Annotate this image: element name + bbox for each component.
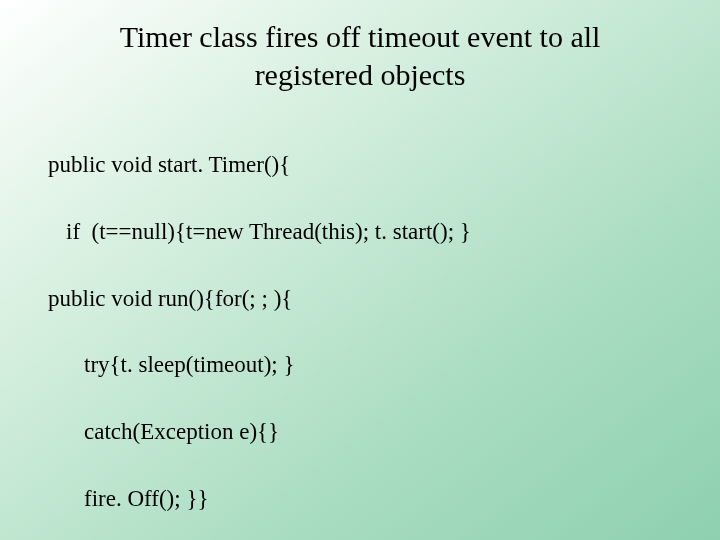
code-line: public void start. Timer(){ [48,148,672,181]
slide: Timer class fires off timeout event to a… [0,0,720,540]
code-line: catch(Exception e){} [48,415,672,448]
code-line: fire. Off(); }} [48,482,672,515]
code-line: public void run(){for(; ; ){ [48,282,672,315]
title-line-1: Timer class fires off timeout event to a… [120,20,601,53]
code-block: public void start. Timer(){ if (t==null)… [48,115,672,540]
code-line: try{t. sleep(timeout); } [48,348,672,381]
slide-title: Timer class fires off timeout event to a… [48,18,672,93]
title-line-2: registered objects [255,58,466,91]
code-line: if (t==null){t=new Thread(this); t. star… [48,215,672,248]
